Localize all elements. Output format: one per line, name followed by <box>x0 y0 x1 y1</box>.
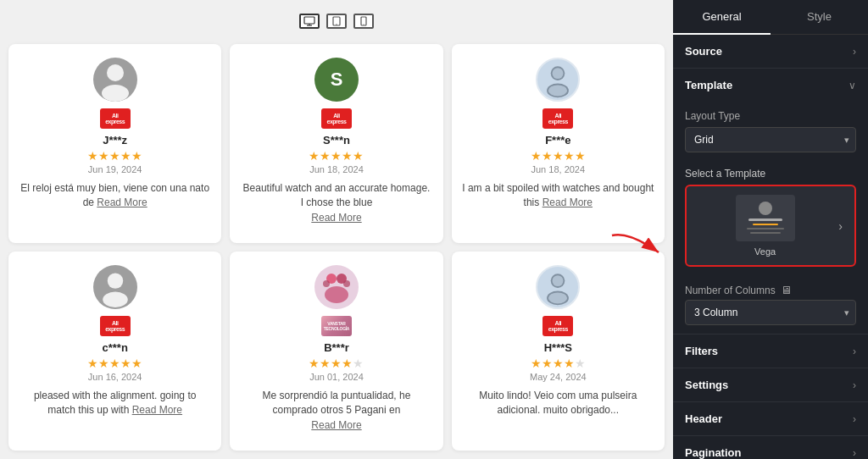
review-card: Aliexpress J***z ★★★★★ Jun 19, 2024 El r… <box>8 44 221 243</box>
reviews-grid: Aliexpress J***z ★★★★★ Jun 19, 2024 El r… <box>8 44 665 451</box>
svg-rect-28 <box>747 228 784 230</box>
layout-type-section: Layout Type Grid List Masonry <box>673 102 868 161</box>
store-logo: Aliexpress <box>542 316 573 336</box>
svg-point-25 <box>759 202 772 215</box>
read-more-link[interactable]: Read More <box>311 419 361 431</box>
svg-point-5 <box>336 24 337 25</box>
svg-point-15 <box>103 292 128 307</box>
pagination-label: Pagination <box>685 446 741 459</box>
svg-rect-29 <box>750 232 781 234</box>
tab-general[interactable]: General <box>673 0 771 35</box>
avatar <box>314 265 359 309</box>
pagination-section: Pagination › <box>673 436 868 459</box>
review-card: Aliexpress c***n ★★★★★ Jun 16, 2024 plea… <box>8 252 221 451</box>
svg-point-7 <box>363 24 364 25</box>
header-row[interactable]: Header › <box>673 402 868 435</box>
svg-point-13 <box>548 85 567 96</box>
tablet-icon[interactable] <box>326 14 347 29</box>
template-carousel: Vega › <box>685 185 856 267</box>
review-date: May 24, 2024 <box>530 372 587 382</box>
desktop-icon[interactable] <box>299 14 320 29</box>
layout-type-select-wrapper: Grid List Masonry <box>685 127 856 152</box>
svg-point-23 <box>553 275 564 286</box>
svg-point-19 <box>323 280 330 287</box>
review-card: Aliexpress F***e ★★★★★ Jun 18, 2024 I am… <box>452 44 665 243</box>
svg-point-24 <box>548 292 567 303</box>
template-item-vega[interactable]: Vega <box>695 195 835 257</box>
review-date: Jun 18, 2024 <box>531 164 586 174</box>
settings-label: Settings <box>685 379 728 391</box>
settings-panel: General Style Source › Template ∨ Layout… <box>673 0 868 459</box>
template-name: Vega <box>754 246 776 257</box>
settings-tabs: General Style <box>673 0 868 35</box>
read-more-link[interactable]: Read More <box>132 404 182 416</box>
review-text: El reloj está muy bien, viene con una na… <box>19 181 211 211</box>
review-text: Me sorprendió la puntualidad, he comprad… <box>240 389 432 433</box>
settings-section: Settings › <box>673 368 868 402</box>
stars: ★★★★★ <box>87 149 142 163</box>
review-text: pleased with the alignment. going to mat… <box>19 389 211 418</box>
stars: ★★★★★ <box>309 149 364 163</box>
select-template-label: Select a Template <box>673 161 868 185</box>
chevron-right-icon: › <box>853 46 856 58</box>
store-logo: Aliexpress <box>321 108 352 129</box>
tab-style[interactable]: Style <box>771 0 868 34</box>
device-bar <box>8 8 665 34</box>
template-row[interactable]: Template ∨ <box>673 69 868 102</box>
columns-select[interactable]: 3 Column 2 Column 4 Column <box>685 300 856 325</box>
reviewer-name: S***n <box>323 134 350 147</box>
svg-point-18 <box>325 286 348 303</box>
svg-point-9 <box>102 85 129 102</box>
source-row[interactable]: Source › <box>673 35 868 68</box>
stars: ★★★★★ <box>531 357 586 370</box>
svg-point-8 <box>107 64 124 81</box>
columns-select-inner: 3 Column 2 Column 4 Column <box>685 300 856 325</box>
chevron-down-icon: ∨ <box>849 80 856 91</box>
template-section: Template ∨ Layout Type Grid List Masonry… <box>673 69 868 335</box>
read-more-link[interactable]: Read More <box>542 196 593 208</box>
carousel-next-arrow[interactable]: › <box>835 216 846 236</box>
store-logo-special: VANSTARTECNOLOGÍA <box>321 316 352 336</box>
monitor-icon: 🖥 <box>781 284 792 296</box>
layout-type-select[interactable]: Grid List Masonry <box>685 127 856 152</box>
settings-row[interactable]: Settings › <box>673 368 868 401</box>
mobile-icon[interactable] <box>353 14 374 29</box>
avatar <box>536 265 580 309</box>
review-date: Jun 19, 2024 <box>88 164 142 174</box>
avatar <box>536 58 580 102</box>
chevron-right-icon: › <box>853 379 856 391</box>
avatar: S <box>314 58 359 102</box>
reviewer-name: J***z <box>103 134 127 147</box>
layout-type-label: Layout Type <box>685 110 856 122</box>
reviews-panel: Aliexpress J***z ★★★★★ Jun 19, 2024 El r… <box>0 0 673 459</box>
columns-label: Number of Columns <box>685 285 776 296</box>
store-logo: Aliexpress <box>542 108 573 129</box>
reviewer-name: H***S <box>544 341 572 354</box>
filters-label: Filters <box>685 345 718 357</box>
template-label: Template <box>685 79 732 91</box>
filters-row[interactable]: Filters › <box>673 335 868 368</box>
source-label: Source <box>685 45 722 58</box>
review-text: I am a bit spoiled with watches and boug… <box>462 181 654 211</box>
stars: ★★★★★ <box>531 149 586 163</box>
review-date: Jun 16, 2024 <box>88 372 142 382</box>
svg-rect-27 <box>753 224 778 225</box>
chevron-right-icon: › <box>853 413 856 425</box>
reviewer-name: c***n <box>102 341 127 354</box>
svg-point-12 <box>553 68 564 79</box>
reviewer-name: F***e <box>545 134 570 147</box>
header-section: Header › <box>673 402 868 436</box>
review-card: S Aliexpress S***n ★★★★★ Jun 18, 2024 Be… <box>230 44 442 243</box>
store-logo: Aliexpress <box>100 316 131 336</box>
read-more-link[interactable]: Read More <box>311 212 361 224</box>
template-preview <box>736 195 795 241</box>
svg-point-14 <box>107 273 122 288</box>
read-more-link[interactable]: Read More <box>97 196 147 208</box>
chevron-right-icon: › <box>853 447 856 459</box>
chevron-right-icon: › <box>853 346 856 357</box>
source-section: Source › <box>673 35 868 69</box>
review-date: Jun 01, 2024 <box>309 372 364 382</box>
review-text: Beautiful watch and an accurate homage. … <box>240 181 432 225</box>
columns-label-row: Number of Columns 🖥 <box>673 275 868 300</box>
pagination-row[interactable]: Pagination › <box>673 436 868 459</box>
